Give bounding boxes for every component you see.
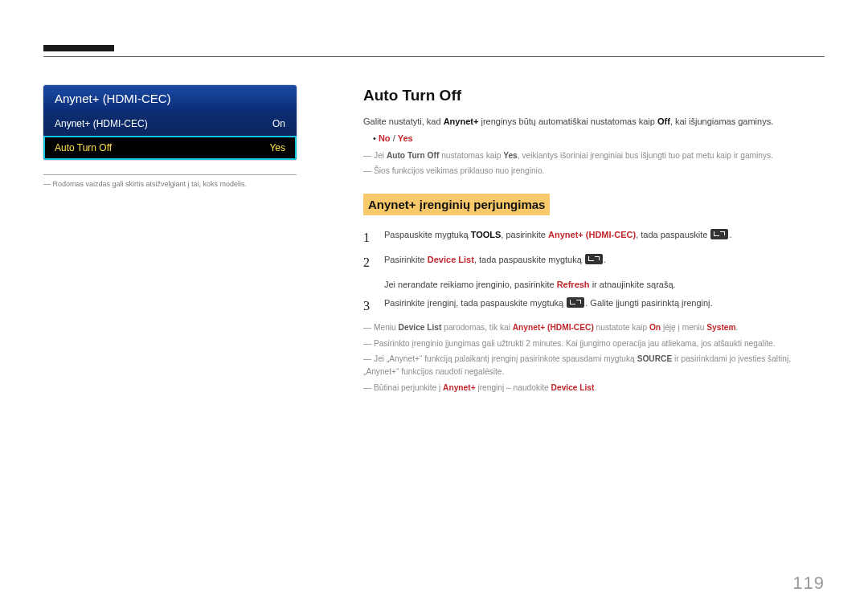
option-values: No / Yes	[373, 132, 823, 145]
text: Galite nustatyti, kad	[363, 116, 444, 126]
osd-menu-row-autoturnoff[interactable]: Auto Turn Off Yes	[43, 136, 297, 160]
term-tools: TOOLS	[471, 230, 502, 239]
text: . Galite įjungti pasirinktą įrenginį.	[585, 298, 712, 308]
enter-icon	[567, 297, 584, 308]
text: ir atnaujinkite sąrašą.	[590, 280, 676, 289]
text: , tada paspauskite mygtuką	[474, 255, 584, 264]
enter-icon	[585, 254, 603, 264]
text: , kai išjungiamas gaminys.	[670, 116, 773, 126]
text: įrenginį – naudokite	[476, 383, 551, 392]
text: , veikiantys išoriniai įrenginiai bus iš…	[518, 151, 773, 160]
text: įrenginys būtų automatiškai nustatomas k…	[478, 116, 657, 126]
step-2: 2 Pasirinkite Device List, tada paspausk…	[363, 253, 823, 273]
opt-no: No	[379, 133, 391, 143]
term-anynet: Anynet+	[444, 116, 479, 126]
term-refresh: Refresh	[557, 280, 590, 289]
term: System	[706, 323, 735, 332]
text: nustatomas kaip	[439, 151, 503, 160]
text: , pasirinkite	[501, 230, 548, 239]
intro-paragraph: Galite nustatyti, kad Anynet+ įrenginys …	[363, 115, 823, 129]
footnote: Būtinai perjunkite į Anynet+ įrenginį – …	[363, 382, 823, 394]
term-anynet-cec: Anynet+ (HDMI-CEC)	[548, 230, 636, 239]
text: .	[736, 323, 739, 332]
term: Anynet+ (HDMI-CEC)	[513, 323, 594, 332]
osd-menu-row-value: On	[272, 118, 285, 129]
term: Device List	[399, 323, 442, 332]
text: nustatote kaip	[594, 323, 649, 332]
text: Jei nerandate reikiamo įrenginio, pasiri…	[384, 280, 557, 289]
osd-menu-row-label: Anynet+ (HDMI-CEC)	[55, 118, 148, 129]
text: Būtinai perjunkite į	[374, 383, 443, 392]
osd-menu-row-value: Yes	[269, 142, 285, 153]
term: On	[649, 323, 661, 332]
osd-menu-row-anynet[interactable]: Anynet+ (HDMI-CEC) On	[43, 112, 297, 136]
step-number: 3	[363, 296, 373, 317]
step-3: 3 Pasirinkite įrenginį, tada paspauskite…	[363, 296, 823, 317]
enter-icon	[710, 229, 728, 239]
page-corner-mark	[43, 45, 114, 51]
term: Auto Turn Off	[387, 151, 439, 160]
page-number: 119	[792, 573, 825, 594]
text: įėję į meniu	[661, 323, 706, 332]
step-text: Pasirinkite Device List, tada paspauskit…	[384, 253, 823, 267]
osd-menu-row-label: Auto Turn Off	[55, 142, 112, 153]
term-off: Off	[657, 116, 670, 126]
content-column: Auto Turn Off Galite nustatyti, kad Anyn…	[363, 84, 823, 398]
step-text: Paspauskite mygtuką TOOLS, pasirinkite A…	[384, 228, 823, 242]
text: Jei „Anynet+“ funkciją palaikantį įrengi…	[374, 354, 637, 363]
note-line: Šios funkcijos veikimas priklauso nuo įr…	[363, 165, 823, 178]
term-source: SOURCE	[637, 354, 673, 363]
text: Jei	[374, 151, 387, 160]
section-heading: Auto Turn Off	[363, 84, 823, 107]
text: parodomas, tik kai	[441, 323, 512, 332]
step-number: 1	[363, 228, 373, 248]
divider	[43, 174, 297, 175]
term: Yes	[503, 151, 518, 160]
text: , tada paspauskite	[636, 230, 710, 239]
footnote: Jei „Anynet+“ funkciją palaikantį įrengi…	[363, 353, 823, 378]
text: Pasirinkite	[384, 255, 428, 264]
step-number: 2	[363, 253, 373, 273]
term: Anynet+	[443, 383, 475, 392]
image-disclaimer: Rodomas vaizdas gali skirtis atsižvelgia…	[43, 180, 297, 188]
page-top-rule	[43, 56, 825, 57]
footnote: Meniu Device List parodomas, tik kai Any…	[363, 321, 823, 334]
sep: /	[391, 133, 398, 143]
step-text: Pasirinkite įrenginį, tada paspauskite m…	[384, 296, 823, 310]
left-column: Anynet+ (HDMI-CEC) Anynet+ (HDMI-CEC) On…	[43, 85, 297, 188]
term-device-list: Device List	[428, 255, 474, 264]
text: Meniu	[374, 323, 399, 332]
subsection-heading: Anynet+ įrenginių perjungimas	[363, 194, 550, 215]
opt-yes: Yes	[398, 133, 413, 143]
text: .	[594, 383, 596, 392]
note-line: Jei Auto Turn Off nustatomas kaip Yes, v…	[363, 149, 823, 162]
text: Paspauskite mygtuką	[384, 230, 471, 239]
term: Device List	[551, 383, 595, 392]
footnote: Pasirinkto įrenginio įjungimas gali užtr…	[363, 337, 823, 350]
step-1: 1 Paspauskite mygtuką TOOLS, pasirinkite…	[363, 228, 823, 248]
step-2-sub: Jei nerandate reikiamo įrenginio, pasiri…	[384, 278, 823, 292]
text: Pasirinkite įrenginį, tada paspauskite m…	[384, 298, 566, 308]
osd-menu-panel: Anynet+ (HDMI-CEC) Anynet+ (HDMI-CEC) On…	[43, 85, 297, 160]
osd-menu-title: Anynet+ (HDMI-CEC)	[43, 85, 297, 112]
